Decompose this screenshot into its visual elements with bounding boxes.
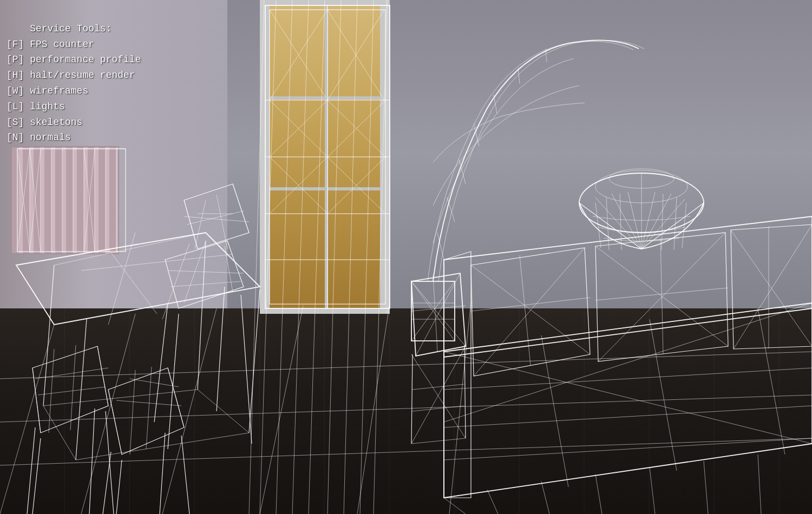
service-tools-panel: Service Tools: [F] FPS counter [P] perfo… (6, 5, 141, 161)
window-frame (264, 0, 385, 314)
radiator (11, 146, 119, 254)
window (260, 0, 390, 314)
service-tools-text: Service Tools: [F] FPS counter [P] perfo… (6, 23, 141, 143)
window-muntin-v1 (325, 5, 328, 308)
floor (0, 308, 812, 514)
viewport: .wf { stroke: #ffffff; stroke-width: 1.2… (0, 0, 812, 514)
